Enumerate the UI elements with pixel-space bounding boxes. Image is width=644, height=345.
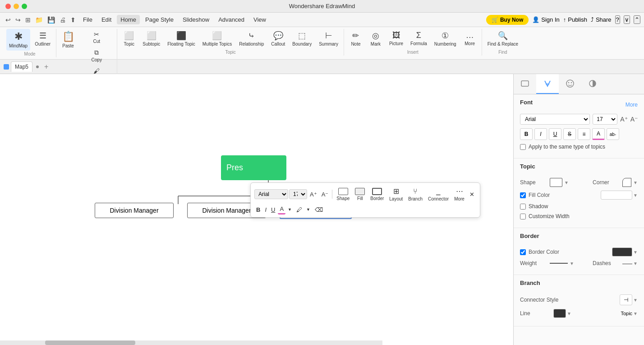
shadow-checkbox[interactable]	[520, 204, 526, 210]
publish-button[interactable]: ↑ Publish	[563, 16, 587, 23]
float-fill-button[interactable]: Fill	[353, 186, 367, 202]
fill-color-swatch[interactable]	[601, 191, 632, 200]
outliner-button[interactable]: ☰ Outliner	[32, 29, 53, 49]
green-topic-box[interactable]: Pres	[221, 155, 286, 180]
shape-dropdown-arrow[interactable]: ▼	[564, 180, 569, 185]
customize-width-checkbox[interactable]	[520, 214, 526, 219]
add-tab-button[interactable]: +	[44, 63, 48, 71]
callout-button[interactable]: 💬 Callout	[268, 29, 288, 49]
panel-font-select[interactable]: Arial	[520, 114, 590, 125]
float-size-select[interactable]: 17	[289, 189, 307, 199]
float-layout-button[interactable]: ⊞ Layout	[387, 186, 405, 203]
picture-button[interactable]: 🖼 Picture	[386, 29, 406, 48]
maximize-button[interactable]	[22, 4, 27, 9]
close-button[interactable]	[5, 4, 11, 9]
minimize-button[interactable]	[14, 4, 19, 9]
help-button[interactable]: ?	[615, 15, 620, 24]
border-color-arrow[interactable]: ▼	[633, 250, 638, 255]
subtopic-button[interactable]: ⬜ Subtopic	[140, 29, 163, 49]
canvas[interactable]: Pres Division Manager Division Manager M…	[0, 74, 513, 345]
numbering-button[interactable]: ① Numbering	[432, 29, 459, 49]
line-topic-arrow[interactable]: ▼	[633, 311, 638, 316]
float-font-color-button[interactable]: A	[278, 205, 285, 214]
tab-map5[interactable]: Map5	[11, 61, 32, 72]
panel-tab-style[interactable]	[536, 74, 559, 94]
float-shrink-button[interactable]: A⁻	[320, 190, 331, 199]
menu-home[interactable]: Home	[117, 15, 140, 24]
find-replace-button[interactable]: 🔍 Find & Replace	[485, 29, 521, 49]
menu-view[interactable]: View	[250, 15, 270, 24]
float-eraser-button[interactable]: ⌫	[313, 205, 325, 214]
customize-width-label[interactable]: Customize Width	[529, 213, 570, 219]
horizontal-scrollbar[interactable]	[0, 340, 382, 345]
sign-in-button[interactable]: 👤 Sign In	[532, 16, 559, 23]
summary-button[interactable]: ⊢ Summary	[316, 29, 341, 49]
weight-arrow[interactable]: ▼	[570, 261, 574, 266]
collapse-button[interactable]: ⌃	[634, 15, 640, 24]
border-color-checkbox[interactable]	[520, 249, 526, 255]
corner-dropdown-arrow[interactable]: ▼	[633, 180, 638, 185]
border-color-swatch[interactable]	[612, 247, 632, 256]
float-bold-button[interactable]: B	[254, 205, 262, 214]
apply-same-label[interactable]: Apply to the same type of topics	[529, 144, 605, 150]
print-button[interactable]: 🖨	[58, 15, 68, 24]
float-shape-button[interactable]: Shape	[334, 186, 352, 202]
floating-topic-button[interactable]: ⬛ Floating Topic	[165, 29, 198, 49]
fill-color-label[interactable]: Fill Color	[529, 192, 556, 198]
highlight-button[interactable]: ab-	[607, 128, 619, 140]
export-button[interactable]: ⬆	[69, 15, 78, 24]
redo-button[interactable]: ↪	[14, 15, 23, 24]
panel-tab-emoji[interactable]	[559, 74, 581, 94]
fill-color-arrow[interactable]: ▼	[633, 193, 638, 198]
more-insert-button[interactable]: … More	[461, 29, 479, 48]
float-more-button[interactable]: ⋯ More	[452, 186, 467, 203]
float-grow-button[interactable]: A⁺	[308, 190, 319, 199]
font-grow-button[interactable]: A⁺	[620, 116, 627, 123]
buy-now-button[interactable]: 🛒 Buy Now	[486, 15, 529, 25]
connector-style-arrow[interactable]: ▼	[633, 298, 638, 303]
multiple-topics-button[interactable]: ⬜ Multiple Topics	[200, 29, 235, 49]
line-color-arrow[interactable]: ▼	[567, 311, 571, 316]
paste-button[interactable]: 📋 Paste	[59, 29, 77, 51]
bold-button[interactable]: B	[520, 128, 533, 140]
note-button[interactable]: ✏ Note	[347, 29, 365, 49]
font-more-link[interactable]: More	[626, 102, 638, 108]
italic-button[interactable]: I	[534, 128, 547, 140]
float-close-button[interactable]: ✕	[468, 190, 476, 199]
underline-button[interactable]: U	[549, 128, 561, 140]
undo-button[interactable]: ↩	[4, 15, 13, 24]
menu-page-style[interactable]: Page Style	[142, 15, 177, 24]
new-tab-button[interactable]: ⊞	[23, 15, 32, 24]
float-border-button[interactable]: Border	[368, 186, 386, 202]
open-button[interactable]: 📁	[33, 15, 45, 24]
menu-advanced[interactable]: Advanced	[215, 15, 248, 24]
copy-button[interactable]: ⧉ Copy	[79, 47, 114, 65]
save-button[interactable]: 💾	[46, 15, 57, 24]
float-italic-button[interactable]: I	[263, 205, 268, 214]
strikethrough-button[interactable]: S	[563, 128, 576, 140]
menu-file[interactable]: File	[79, 15, 96, 24]
align-button[interactable]: ≡	[578, 128, 590, 140]
font-color-button[interactable]: A	[592, 128, 605, 140]
float-highlight-arrow[interactable]: ▼	[304, 206, 312, 213]
relationship-button[interactable]: ⤷ Relationship	[236, 29, 267, 49]
boundary-button[interactable]: ⬚ Boundary	[290, 29, 314, 49]
more-options-button[interactable]: ∨	[624, 15, 630, 24]
mark-button[interactable]: ◎ Mark	[367, 29, 385, 49]
share-button[interactable]: ⤴ Share	[591, 16, 612, 23]
float-font-color-arrow[interactable]: ▼	[286, 206, 294, 213]
menu-edit[interactable]: Edit	[98, 15, 115, 24]
float-font-select[interactable]: Arial	[254, 189, 288, 199]
panel-tab-rectangle[interactable]	[514, 74, 536, 94]
float-branch-button[interactable]: ⑂ Branch	[406, 186, 425, 203]
line-color-swatch[interactable]	[553, 309, 566, 318]
float-underline-button[interactable]: U	[269, 205, 277, 214]
mindmap-button[interactable]: ✱ MindMap	[6, 29, 30, 51]
border-color-label[interactable]: Border Color	[529, 249, 559, 255]
panel-tab-theme[interactable]	[581, 74, 604, 94]
dashes-arrow[interactable]: ▼	[633, 261, 638, 266]
cut-button[interactable]: ✂ Cut	[79, 29, 114, 46]
apply-same-checkbox[interactable]	[520, 144, 526, 150]
font-shrink-button[interactable]: A⁻	[630, 116, 638, 123]
fill-color-checkbox[interactable]	[520, 192, 526, 198]
